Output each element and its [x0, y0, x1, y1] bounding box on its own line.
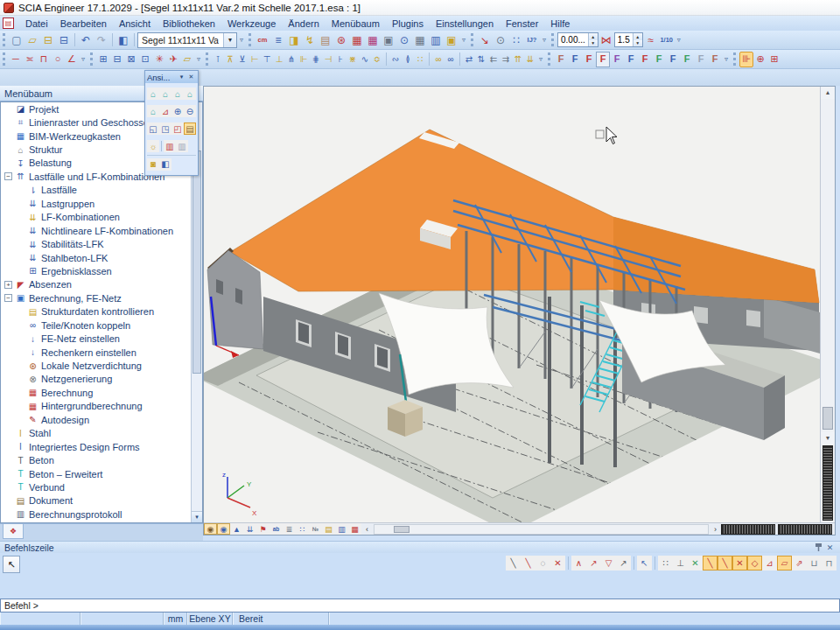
zoom-all-icon[interactable]: ◳	[159, 122, 172, 135]
supports-display-icon[interactable]: ▲	[230, 523, 243, 535]
support-point-icon[interactable]: ⊦	[334, 52, 346, 67]
ortho-icon[interactable]: ⊥	[673, 556, 688, 570]
chevron-down-icon[interactable]: ▾	[223, 33, 236, 47]
activity-icon[interactable]: ↯	[302, 32, 318, 48]
rotate-icon[interactable]: ⇅	[475, 52, 487, 67]
dimension-line-icon[interactable]: ─	[9, 52, 23, 67]
zoom-in-icon[interactable]: ⊕	[172, 105, 184, 117]
toolbar-grip[interactable]	[248, 33, 252, 46]
skew-grid-icon[interactable]: ✕	[688, 556, 703, 570]
tree-item-stahlbeton-lfk[interactable]: ⇊ Stahlbeton-LFK	[1, 251, 202, 264]
names-display-icon[interactable]: ab	[270, 523, 283, 535]
search-icon[interactable]: ⊙	[493, 32, 508, 48]
support-line-icon[interactable]: ⊣	[322, 52, 334, 67]
units-settings-icon[interactable]: cm	[255, 32, 270, 48]
calculator-icon[interactable]: ▦	[412, 32, 428, 48]
mesh-view-icon[interactable]: ▦	[348, 523, 361, 535]
vscroll-thumb[interactable]	[822, 407, 833, 430]
spin-down-icon[interactable]: ▼	[589, 40, 598, 47]
light-icon[interactable]: ☼	[147, 140, 159, 152]
tree-item-fe-netz-einstellen[interactable]: ↓ FE-Netz einstellen	[1, 332, 202, 345]
close-icon[interactable]: ✕	[824, 543, 836, 552]
tree-item-berechnung-fe-netz[interactable]: − ▣ Berechnung, FE-Netz	[1, 291, 202, 304]
snap-endpoint-icon[interactable]: ╲	[703, 556, 718, 570]
support-top-icon[interactable]: ⊤	[261, 52, 273, 67]
view-flag-2-icon[interactable]: F	[568, 52, 582, 67]
status-plane[interactable]: Ebene XY	[187, 612, 233, 625]
document-refresh-icon[interactable]: ▥	[428, 32, 444, 48]
tree-scrollbar-thumb[interactable]	[192, 150, 201, 374]
user-block-icon[interactable]: ⊠	[124, 52, 138, 67]
model-params-icon[interactable]: ≣	[283, 523, 296, 535]
menu-einstellungen[interactable]: Einstellungen	[430, 18, 500, 30]
snap-polygon-icon[interactable]: ▱	[777, 556, 792, 570]
toolbar-overflow-icon[interactable]: ▿	[536, 55, 545, 63]
tree-item-dokument[interactable]: ▤ Dokument	[1, 494, 202, 508]
layers-icon[interactable]: ≡	[270, 32, 286, 48]
toolbar-overflow-icon[interactable]: ▿	[540, 36, 549, 44]
horizontal-zoom-bar-2[interactable]	[778, 524, 832, 535]
snap-surface-icon[interactable]: ▽	[601, 556, 616, 570]
dot-display-icon[interactable]: ∷	[296, 523, 309, 535]
tree-item-design-forms[interactable]: I Integriertes Design Forms	[1, 440, 202, 453]
vertical-zoom-bar[interactable]	[822, 445, 833, 521]
tree-item-berechnung[interactable]: ▦ Berechnung	[1, 386, 202, 399]
viewport-vscrollbar[interactable]: ▴ ▾	[820, 87, 835, 522]
toolbar-overflow-icon[interactable]: ▿	[675, 36, 683, 44]
close-icon[interactable]: ✕	[186, 74, 196, 80]
stretch-icon[interactable]: ⇉	[500, 52, 512, 67]
tree-item-netzgenerierung[interactable]: ⊗ Netzgenerierung	[1, 373, 202, 386]
hinge-both-icon[interactable]: ⊻	[236, 52, 248, 67]
scroll-right-icon[interactable]: ›	[710, 525, 721, 534]
menu-plugins[interactable]: Plugins	[386, 18, 430, 30]
tree-item-ergebnisklassen[interactable]: ⊞ Ergebnisklassen	[1, 264, 202, 277]
tree-item-stabilitaets-lfk[interactable]: ⇊ Stabilitäts-LFK	[1, 237, 202, 250]
mirror-icon[interactable]: ⇇	[487, 52, 500, 67]
scroll-left-icon[interactable]: ‹	[361, 525, 373, 534]
snap-delete-icon[interactable]: ✕	[550, 556, 565, 570]
project-manager-icon[interactable]: ◧	[116, 32, 131, 48]
menu-datei[interactable]: Datei	[19, 18, 54, 30]
deformed-shape-icon[interactable]: ≈	[643, 32, 659, 48]
tree-item-netzverdichtung[interactable]: ⊛ Lokale Netzverdichtung	[1, 359, 202, 372]
foundation-icon[interactable]: ⋕	[310, 52, 322, 67]
view-flag-8-icon[interactable]: F	[652, 52, 666, 67]
scroll-down-icon[interactable]: ▾	[192, 511, 202, 522]
tree-item-absenzen[interactable]: + ◤ Absenzen	[1, 278, 202, 291]
view-flag-5-icon[interactable]: F	[610, 52, 624, 67]
catalog-icon[interactable]: ◨	[286, 32, 302, 48]
toolbar-grip[interactable]	[733, 52, 737, 66]
tree-item-lf-kombinationen[interactable]: ⇊ LF-Kombinationen	[1, 211, 202, 224]
table-input-icon[interactable]: ▦	[349, 32, 365, 48]
move-icon[interactable]: ⇄	[463, 52, 475, 67]
undo-icon[interactable]: ↶	[78, 32, 94, 48]
view-corner-icon[interactable]: ⌂	[184, 88, 196, 100]
view-flag-7-icon[interactable]: F	[638, 52, 652, 67]
open-project-icon[interactable]: ▱	[24, 32, 40, 48]
snap-vertex-icon[interactable]: ∧	[571, 556, 586, 570]
tree-item-hintergrundberechnung[interactable]: ▦ Hintergrundberechnung	[1, 400, 202, 413]
snap-orthogonal-icon[interactable]: ◇	[747, 556, 762, 570]
status-state[interactable]: Bereit	[233, 612, 329, 625]
cursor-snap-settings-icon[interactable]: ↖	[637, 556, 652, 570]
view-top-icon[interactable]: ⌂	[172, 88, 184, 100]
zoom-selection-icon[interactable]: ◰	[172, 122, 184, 135]
view-flag-6-icon[interactable]: F	[624, 52, 638, 67]
scale-ratio-icon[interactable]: 1/10	[659, 32, 675, 48]
view-flag-10-icon[interactable]: F	[680, 52, 694, 67]
spin-up-icon[interactable]: ▲	[589, 33, 598, 40]
tree-item-strukturdaten[interactable]: ▤ Strukturdaten kontrollieren	[1, 305, 202, 318]
tree-expander[interactable]: +	[4, 281, 12, 289]
zoom-out-icon[interactable]: ⊖	[184, 105, 196, 117]
numbering-icon[interactable]: №	[309, 523, 322, 535]
view-flag-4-icon[interactable]: F	[596, 52, 610, 67]
link-pair-icon[interactable]: ∞	[432, 52, 444, 67]
toolbar-overflow-icon[interactable]: ▿	[237, 36, 246, 44]
tree-expander[interactable]: −	[4, 294, 12, 302]
circle-dim-icon[interactable]: ○	[51, 52, 65, 67]
snap-dimension-icon[interactable]: ⊔	[807, 556, 822, 570]
command-input[interactable]: Befehl >	[0, 598, 840, 612]
member-query-icon[interactable]: IJ?	[524, 32, 540, 48]
stiffener-icon[interactable]: ⋇	[346, 52, 359, 67]
menu-werkzeuge[interactable]: Werkzeuge	[221, 18, 282, 30]
